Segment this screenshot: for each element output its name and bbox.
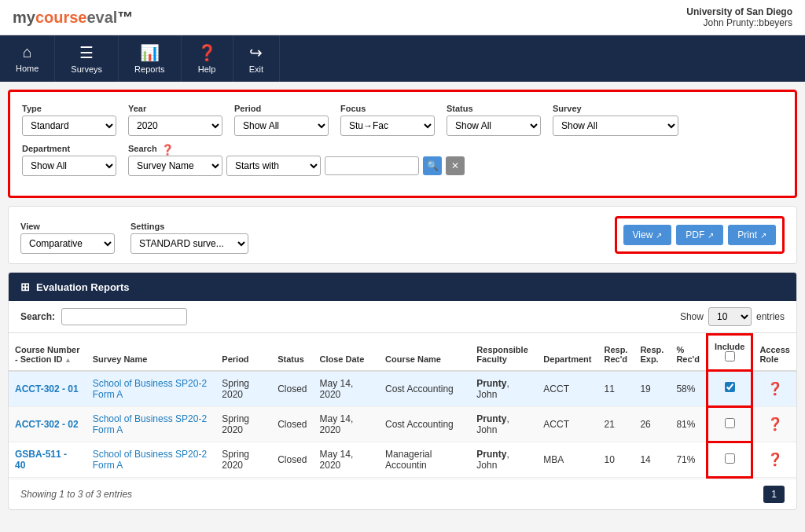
period-label: Period xyxy=(234,104,329,113)
col-include: Include xyxy=(707,335,752,371)
cell-access-role: ❓ xyxy=(752,406,796,442)
cell-include xyxy=(707,442,752,477)
pdf-external-icon: ↗ xyxy=(708,231,714,240)
table-title: Evaluation Reports xyxy=(36,281,129,293)
table-search-label: Search: xyxy=(20,311,55,322)
evaluation-table: Course Number- Section ID Survey Name Pe… xyxy=(9,333,796,479)
focus-select[interactable]: Stu→Fac Show All xyxy=(340,116,435,136)
nav-surveys-label: Surveys xyxy=(71,64,102,74)
survey-select[interactable]: Show All xyxy=(553,116,678,136)
search-text-input[interactable] xyxy=(325,156,419,175)
user-info: University of San Diego John Prunty::bbe… xyxy=(686,6,792,28)
cell-department: ACCT xyxy=(537,406,597,442)
nav-help[interactable]: ❓ Help xyxy=(182,35,233,82)
include-checkbox-2[interactable] xyxy=(725,453,735,464)
view-panel: View Comparative Individual Settings STA… xyxy=(8,206,797,264)
survey-label: Survey xyxy=(553,104,678,113)
cell-resp-recd: 11 xyxy=(597,371,634,407)
print-button[interactable]: Print ↗ xyxy=(728,225,776,245)
cell-pct-recd: 58% xyxy=(670,371,707,407)
nav-home[interactable]: ⌂ Home xyxy=(0,35,55,82)
col-course-name: Course Name xyxy=(379,335,470,371)
cell-period: Spring 2020 xyxy=(215,406,271,442)
cell-close-date: May 14, 2020 xyxy=(314,406,380,442)
type-label: Type xyxy=(22,104,116,113)
focus-filter: Focus Stu→Fac Show All xyxy=(340,104,435,136)
home-icon: ⌂ xyxy=(23,43,32,61)
cell-period: Spring 2020 xyxy=(215,442,271,477)
cell-pct-recd: 81% xyxy=(670,406,707,442)
page-1-button[interactable]: 1 xyxy=(763,486,785,503)
reports-icon: 📊 xyxy=(140,43,160,62)
col-course-number[interactable]: Course Number- Section ID xyxy=(9,335,86,371)
include-checkbox-1[interactable] xyxy=(725,418,735,428)
settings-select[interactable]: STANDARD surve... xyxy=(130,233,248,254)
search-field-select[interactable]: Survey Name Course Name xyxy=(128,156,222,176)
cell-department: MBA xyxy=(537,442,597,477)
surveys-icon: ☰ xyxy=(79,43,94,62)
cell-access-role: ❓ xyxy=(752,371,796,407)
period-select[interactable]: Show All Spring 2020 Fall 2020 xyxy=(234,116,329,136)
year-label: Year xyxy=(128,104,222,113)
view-button[interactable]: View ↗ xyxy=(623,225,672,245)
survey-filter: Survey Show All xyxy=(553,104,678,136)
year-select[interactable]: 2020 2019 2018 xyxy=(128,116,222,136)
department-select[interactable]: Show All xyxy=(22,156,116,176)
status-select[interactable]: Show All Closed Open xyxy=(447,116,541,136)
cell-course-name: Cost Accounting xyxy=(379,406,470,442)
search-clear-button[interactable]: ✕ xyxy=(446,156,465,175)
nav-reports-label: Reports xyxy=(134,64,165,74)
nav-exit-label: Exit xyxy=(249,64,263,74)
view-filter: View Comparative Individual xyxy=(20,222,115,254)
col-close-date: Close Date xyxy=(314,335,380,371)
department-label: Department xyxy=(22,144,116,153)
cell-course-number: ACCT-302 - 01 xyxy=(9,371,86,407)
access-role-help-icon[interactable]: ❓ xyxy=(767,382,783,395)
type-filter: Type Standard Custom xyxy=(22,104,116,136)
table-title-bar: ⊞ Evaluation Reports xyxy=(9,273,796,301)
access-role-help-icon[interactable]: ❓ xyxy=(767,417,783,431)
search-operator-select[interactable]: Starts with Contains Equals xyxy=(226,156,321,176)
type-select[interactable]: Standard Custom xyxy=(22,116,116,136)
search-help-icon[interactable]: ❓ xyxy=(161,144,174,156)
col-resp-recd: Resp.Rec'd xyxy=(597,335,634,371)
search-go-button[interactable]: 🔍 xyxy=(423,156,442,175)
cell-resp-exp: 19 xyxy=(634,371,670,407)
cell-course-name: Cost Accounting xyxy=(379,371,470,407)
include-all-checkbox[interactable] xyxy=(725,351,735,361)
table-search-input[interactable] xyxy=(61,308,187,325)
settings-filter: Settings STANDARD surve... xyxy=(130,222,248,254)
access-role-help-icon[interactable]: ❓ xyxy=(767,453,783,466)
cell-close-date: May 14, 2020 xyxy=(314,371,380,407)
nav-help-label: Help xyxy=(198,64,216,74)
table-row: ACCT-302 - 01 School of Business SP20-2 … xyxy=(9,371,796,407)
include-checkbox-0[interactable] xyxy=(725,382,735,392)
table-panel: ⊞ Evaluation Reports Search: Show 10 25 … xyxy=(8,272,797,510)
show-entries-select[interactable]: 10 25 50 100 xyxy=(708,307,752,326)
print-external-icon: ↗ xyxy=(760,231,766,240)
pdf-button[interactable]: PDF ↗ xyxy=(676,225,723,245)
table-row: ACCT-302 - 02 School of Business SP20-2 … xyxy=(9,406,796,442)
university-name: University of San Diego xyxy=(686,6,792,17)
table-grid-icon: ⊞ xyxy=(20,281,30,293)
show-label: Show xyxy=(680,311,704,322)
settings-label: Settings xyxy=(130,222,248,231)
status-label: Status xyxy=(447,104,541,113)
help-icon: ❓ xyxy=(197,43,217,62)
nav-reports[interactable]: 📊 Reports xyxy=(119,35,182,82)
app-logo: mycourseeval™ xyxy=(13,9,133,27)
search-label: Search xyxy=(128,144,157,153)
cell-responsible-faculty: Prunty, John xyxy=(470,442,537,477)
nav-exit[interactable]: ↪ Exit xyxy=(233,35,280,82)
cell-survey-name: School of Business SP20-2 Form A xyxy=(86,371,216,407)
showing-text: Showing 1 to 3 of 3 entries xyxy=(20,489,132,500)
period-filter: Period Show All Spring 2020 Fall 2020 xyxy=(234,104,329,136)
col-status: Status xyxy=(271,335,313,371)
nav-surveys[interactable]: ☰ Surveys xyxy=(55,35,119,82)
cell-pct-recd: 71% xyxy=(670,442,707,477)
cell-status: Closed xyxy=(271,406,313,442)
table-row: GSBA-511 - 40 School of Business SP20-2 … xyxy=(9,442,796,477)
view-select[interactable]: Comparative Individual xyxy=(20,233,115,254)
action-buttons-group: View ↗ PDF ↗ Print ↗ xyxy=(615,216,785,254)
status-filter: Status Show All Closed Open xyxy=(447,104,541,136)
